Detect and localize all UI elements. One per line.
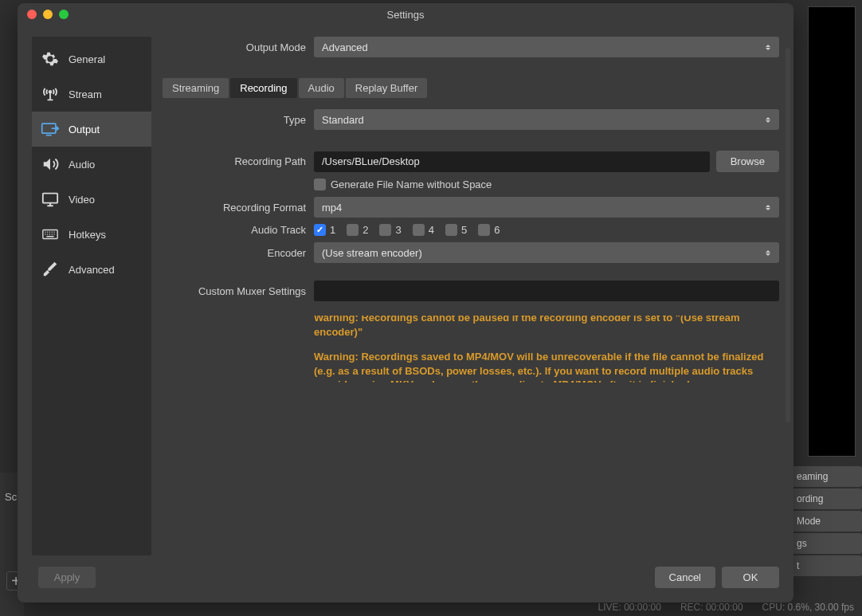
chevron-updown-icon bbox=[762, 112, 774, 127]
controls-panel: eaming ording Mode gs t bbox=[790, 466, 862, 576]
encoder-label: Encoder bbox=[163, 247, 306, 259]
generate-no-space-checkbox[interactable] bbox=[314, 179, 326, 190]
settings-sidebar: General Stream Output Audio bbox=[32, 37, 151, 555]
chevron-updown-icon bbox=[762, 245, 774, 260]
scrollbar[interactable] bbox=[786, 48, 790, 422]
output-mode-label: Output Mode bbox=[163, 41, 306, 53]
warning-text-1: Warning: Recordings cannot be paused if … bbox=[314, 316, 779, 339]
status-cpu: CPU: 0.6%, 30.00 fps bbox=[762, 602, 854, 613]
sidebar-item-output[interactable]: Output bbox=[32, 112, 151, 147]
sidebar-item-label: Stream bbox=[69, 88, 102, 100]
output-mode-select[interactable]: Advanced bbox=[314, 37, 779, 57]
warning-text-2: Warning: Recordings saved to MP4/MOV wil… bbox=[314, 350, 779, 383]
speaker-icon bbox=[40, 155, 61, 173]
muxer-input[interactable] bbox=[314, 281, 779, 301]
status-bar: LIVE: 00:00:00 REC: 00:00:00 CPU: 0.6%, … bbox=[598, 602, 854, 613]
audio-track-1-checkbox[interactable] bbox=[314, 224, 326, 236]
close-icon[interactable] bbox=[27, 10, 37, 19]
tab-recording[interactable]: Recording bbox=[230, 78, 296, 98]
sidebar-item-label: Output bbox=[69, 124, 100, 135]
apply-button[interactable]: Apply bbox=[38, 567, 96, 588]
tools-icon bbox=[40, 261, 61, 278]
svg-rect-2 bbox=[43, 194, 57, 203]
audio-track-3-checkbox[interactable] bbox=[379, 224, 391, 236]
cancel-button[interactable]: Cancel bbox=[655, 567, 715, 588]
exit-button[interactable]: t bbox=[790, 555, 862, 576]
dialog-footer: Apply Cancel OK bbox=[18, 555, 793, 602]
chevron-updown-icon bbox=[762, 40, 774, 54]
sidebar-item-video[interactable]: Video bbox=[32, 182, 151, 217]
sidebar-item-stream[interactable]: Stream bbox=[32, 77, 151, 112]
audio-track-2-checkbox[interactable] bbox=[347, 224, 359, 236]
settings-content: Output Mode Advanced Streaming Recording… bbox=[163, 37, 779, 555]
sidebar-item-label: General bbox=[69, 53, 105, 65]
start-streaming-button[interactable]: eaming bbox=[790, 466, 862, 487]
titlebar: Settings bbox=[18, 3, 793, 26]
broadcast-icon bbox=[40, 85, 61, 103]
sidebar-item-label: Hotkeys bbox=[69, 229, 106, 241]
muxer-label: Custom Muxer Settings bbox=[163, 285, 306, 297]
audio-track-label: Audio Track bbox=[163, 224, 306, 236]
keyboard-icon bbox=[40, 226, 61, 243]
tab-audio[interactable]: Audio bbox=[299, 78, 344, 98]
minimize-icon[interactable] bbox=[43, 10, 53, 19]
dialog-title: Settings bbox=[18, 9, 793, 21]
audio-track-6-checkbox[interactable] bbox=[478, 224, 490, 236]
studio-mode-button[interactable]: Mode bbox=[790, 511, 862, 532]
maximize-icon[interactable] bbox=[59, 10, 69, 19]
sidebar-item-advanced[interactable]: Advanced bbox=[32, 252, 151, 287]
output-icon bbox=[40, 120, 61, 138]
recording-format-label: Recording Format bbox=[163, 202, 306, 214]
tab-streaming[interactable]: Streaming bbox=[163, 78, 229, 98]
start-recording-button[interactable]: ording bbox=[790, 488, 862, 509]
generate-no-space-label: Generate File Name without Space bbox=[331, 179, 492, 190]
audio-track-5-checkbox[interactable] bbox=[445, 224, 457, 236]
output-tabs: Streaming Recording Audio Replay Buffer bbox=[163, 78, 779, 98]
recording-path-input[interactable] bbox=[314, 151, 710, 172]
recording-path-label: Recording Path bbox=[163, 155, 306, 167]
sidebar-item-label: Audio bbox=[69, 159, 95, 171]
encoder-select[interactable]: (Use stream encoder) bbox=[314, 242, 779, 263]
type-label: Type bbox=[163, 114, 306, 126]
ok-button[interactable]: OK bbox=[722, 567, 779, 588]
status-rec: REC: 00:00:00 bbox=[680, 602, 743, 613]
status-live: LIVE: 00:00:00 bbox=[598, 602, 660, 613]
monitor-icon bbox=[40, 190, 61, 208]
sidebar-item-hotkeys[interactable]: Hotkeys bbox=[32, 217, 151, 252]
sidebar-item-general[interactable]: General bbox=[32, 41, 151, 77]
settings-button[interactable]: gs bbox=[790, 533, 862, 554]
warning-area: Warning: Recordings cannot be paused if … bbox=[314, 316, 779, 383]
sidebar-item-label: Video bbox=[69, 194, 95, 206]
settings-dialog: Settings General Stream Output bbox=[18, 3, 793, 602]
recording-format-select[interactable]: mp4 bbox=[314, 197, 779, 218]
chevron-updown-icon bbox=[762, 200, 774, 214]
tab-replay-buffer[interactable]: Replay Buffer bbox=[346, 78, 428, 98]
preview-area bbox=[808, 6, 856, 457]
type-select[interactable]: Standard bbox=[314, 109, 779, 130]
audio-track-4-checkbox[interactable] bbox=[413, 224, 425, 236]
sidebar-item-label: Advanced bbox=[69, 264, 115, 276]
gear-icon bbox=[40, 50, 61, 68]
browse-button[interactable]: Browse bbox=[716, 151, 779, 172]
sidebar-item-audio[interactable]: Audio bbox=[32, 147, 151, 182]
scenes-label-fragment: Sc bbox=[5, 491, 17, 503]
